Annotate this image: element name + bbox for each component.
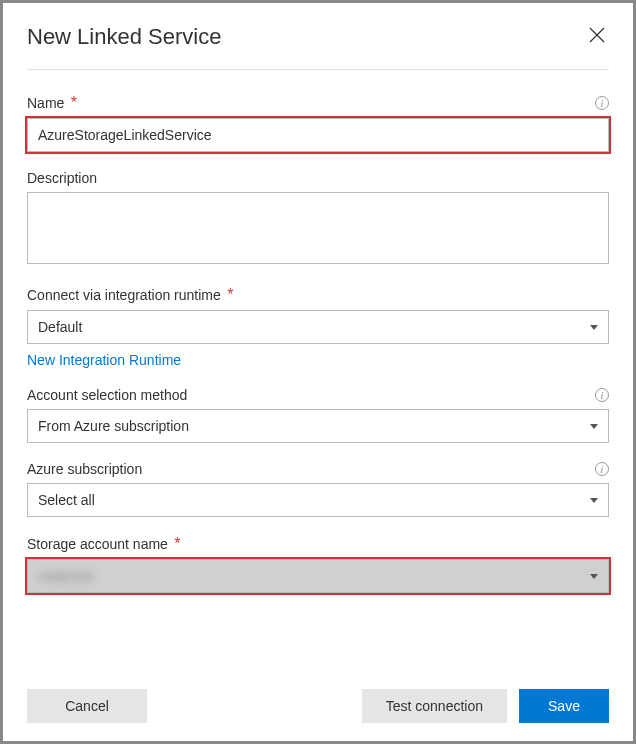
storage-account-value: redacted [38,568,92,584]
field-runtime: Connect via integration runtime * Defaul… [27,286,609,369]
chevron-down-icon [590,498,598,503]
field-description: Description [27,170,609,268]
description-label: Description [27,170,97,186]
name-input[interactable] [27,118,609,152]
field-storage-account: Storage account name * redacted [27,535,609,593]
cancel-button[interactable]: Cancel [27,689,147,723]
save-button[interactable]: Save [519,689,609,723]
required-mark: * [227,286,233,303]
description-textarea[interactable] [27,192,609,264]
subscription-value: Select all [38,492,95,508]
chevron-down-icon [590,574,598,579]
info-icon[interactable]: i [595,462,609,476]
name-label: Name [27,95,64,111]
field-account-method: Account selection method i From Azure su… [27,387,609,443]
subscription-select[interactable]: Select all [27,483,609,517]
required-mark: * [71,94,77,111]
required-mark: * [174,535,180,552]
form-body: Name * i Description Connect via integra… [27,70,609,671]
chevron-down-icon [590,325,598,330]
chevron-down-icon [590,424,598,429]
dialog-footer: Cancel Test connection Save [27,671,609,741]
info-icon[interactable]: i [595,388,609,402]
account-method-select[interactable]: From Azure subscription [27,409,609,443]
test-connection-button[interactable]: Test connection [362,689,507,723]
close-icon [589,29,605,46]
account-method-label: Account selection method [27,387,187,403]
field-name: Name * i [27,94,609,152]
runtime-value: Default [38,319,82,335]
dialog-title: New Linked Service [27,24,221,50]
close-button[interactable] [585,23,609,51]
storage-account-select[interactable]: redacted [27,559,609,593]
new-runtime-link[interactable]: New Integration Runtime [27,352,181,368]
info-icon[interactable]: i [595,96,609,110]
runtime-label: Connect via integration runtime [27,287,221,303]
storage-account-label: Storage account name [27,536,168,552]
account-method-value: From Azure subscription [38,418,189,434]
field-subscription: Azure subscription i Select all [27,461,609,517]
subscription-label: Azure subscription [27,461,142,477]
dialog-header: New Linked Service [27,23,609,70]
runtime-select[interactable]: Default [27,310,609,344]
